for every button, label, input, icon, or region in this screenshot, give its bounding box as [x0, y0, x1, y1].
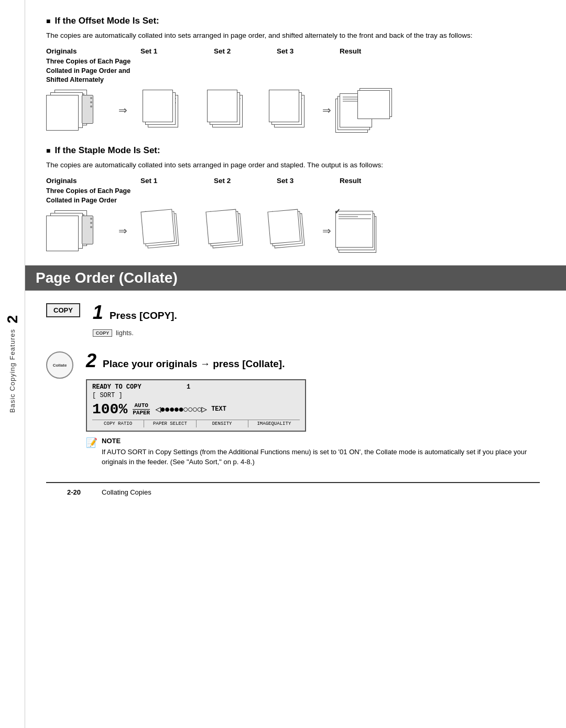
col-set1-1: Set 1 — [140, 47, 214, 55]
lcd-display: READY TO COPY 1 [ SORT ] 100% AUTO PAPER — [86, 379, 306, 432]
step1-row: COPY 1 Press [COPY]. COPY lights. — [46, 303, 540, 337]
sidebar: 2 Basic Copying Features — [0, 0, 25, 728]
page-wrapper: 2 Basic Copying Features If the Offset M… — [0, 0, 566, 728]
section-banner: Page Order (Collate) — [25, 265, 566, 291]
col-result-2: Result — [340, 177, 540, 185]
lcd-text-label: TEXT — [211, 405, 226, 413]
col-result-1: Result — [340, 47, 540, 55]
lcd-row2: 100% AUTO PAPER ◁●●●●●○○○○▷ TEXT — [92, 401, 300, 417]
copy-button[interactable]: COPY — [46, 303, 80, 317]
lcd-btn-copy-ratio: COPY RATIO — [92, 420, 144, 427]
step1-instruction: Press [COPY]. — [110, 309, 177, 323]
lcd-btn-paper-select: PAPER SELECT — [144, 420, 196, 427]
section1-title: If the Offset Mode Is Set: — [46, 16, 540, 26]
note-icon: 📝 — [86, 437, 97, 448]
note-text: If AUTO SORT in Copy Settings (from the … — [102, 447, 540, 467]
col-originals-2: Originals — [46, 177, 140, 185]
lcd-percent: 100% — [92, 401, 127, 417]
lcd-btn-density: DENSITY — [197, 420, 248, 427]
step1-icon: COPY — [46, 303, 80, 317]
col-originals-1: Originals — [46, 47, 140, 55]
main-content: If the Offset Mode Is Set: The copies ar… — [25, 0, 566, 728]
col-set3-2: Set 3 — [277, 177, 340, 185]
arrow3: ⇒ — [118, 224, 127, 237]
lcd-density-bar: ◁●●●●●○○○○▷ — [155, 403, 206, 415]
section1-table-header: Originals Set 1 Set 2 Set 3 Result — [46, 47, 540, 55]
section2-sublabel: Three Copies of Each Page Collated in Pa… — [46, 187, 540, 205]
note-label: NOTE — [102, 437, 540, 445]
banner-title: Page Order (Collate) — [36, 270, 178, 286]
step1-number: 1 — [93, 303, 103, 322]
lcd-sort: [ SORT ] — [92, 392, 300, 399]
arrow4: ⇒ — [322, 224, 331, 237]
lcd-buttons: COPY RATIO PAPER SELECT DENSITY IMAGEQUA… — [92, 420, 300, 427]
copy-small-icon: COPY — [93, 329, 113, 337]
collate-button[interactable]: Collate — [46, 351, 73, 379]
section2-desc: The copies are automatically collated in… — [46, 160, 540, 170]
lcd-auto-paper: AUTO PAPER — [133, 402, 150, 416]
step1-sub: COPY lights. — [93, 329, 540, 337]
col-set3-1: Set 3 — [277, 47, 340, 55]
sidebar-number: 2 — [4, 315, 21, 324]
col-set2-2: Set 2 — [214, 177, 277, 185]
col-set2-1: Set 2 — [214, 47, 277, 55]
arrow1: ⇒ — [118, 104, 127, 116]
sidebar-label: Basic Copying Features — [8, 329, 16, 413]
section2-diagram: ⇒ ✓ — [46, 208, 540, 253]
lcd-row1: READY TO COPY 1 — [92, 383, 300, 391]
step2-row: Collate 2 Place your originals → press [… — [46, 351, 540, 467]
note-section: 📝 NOTE If AUTO SORT in Copy Settings (fr… — [86, 437, 540, 467]
footer-label: Collating Copies — [102, 488, 151, 496]
footer-page: 2-20 — [67, 488, 81, 496]
footer: 2-20 Collating Copies — [46, 482, 540, 501]
step2-instruction: Place your originals → press [Collate]. — [103, 358, 285, 371]
step2-icon: Collate — [46, 351, 73, 379]
section1-sublabel: Three Copies of Each Page Collated in Pa… — [46, 57, 540, 85]
section2-title: If the Staple Mode Is Set: — [46, 145, 540, 156]
step1-content: 1 Press [COPY]. COPY lights. — [93, 303, 540, 337]
col-set1-2: Set 1 — [140, 177, 214, 185]
lcd-btn-imagequality: IMAGEQUALITY — [248, 420, 300, 427]
section1-desc: The copies are automatically collated in… — [46, 30, 540, 41]
arrow2: ⇒ — [322, 104, 331, 116]
step2-content: 2 Place your originals → press [Collate]… — [86, 351, 540, 467]
section2-table-header: Originals Set 1 Set 2 Set 3 Result — [46, 177, 540, 185]
note-content: NOTE If AUTO SORT in Copy Settings (from… — [102, 437, 540, 467]
step2-number: 2 — [86, 351, 96, 370]
section1-diagram: ⇒ — [46, 88, 540, 133]
